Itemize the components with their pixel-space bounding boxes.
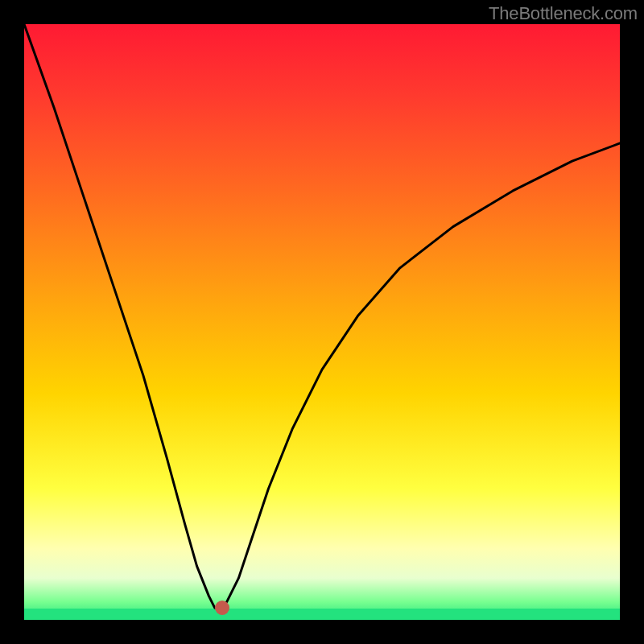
minimum-marker bbox=[215, 601, 229, 615]
watermark-text: TheBottleneck.com bbox=[489, 3, 638, 24]
chart-frame: TheBottleneck.com bbox=[0, 0, 644, 644]
curve-layer bbox=[24, 24, 620, 620]
plot-area bbox=[24, 24, 620, 620]
bottleneck-curve bbox=[24, 24, 620, 608]
